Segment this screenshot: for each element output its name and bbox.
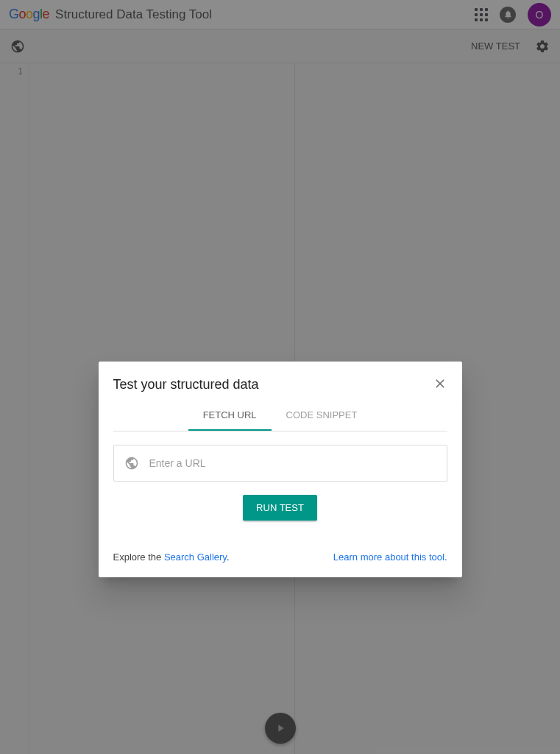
test-modal: Test your structured data FETCH URL CODE… — [99, 362, 462, 577]
globe-icon — [124, 456, 139, 471]
run-button-wrap: RUN TEST — [113, 495, 447, 521]
modal-title: Test your structured data — [113, 377, 259, 392]
search-gallery-link[interactable]: Search Gallery — [164, 552, 227, 563]
modal-header: Test your structured data — [113, 362, 447, 401]
url-input[interactable] — [149, 457, 436, 469]
close-icon[interactable] — [433, 376, 447, 393]
modal-tabs: FETCH URL CODE SNIPPET — [113, 401, 447, 431]
modal-overlay[interactable]: Test your structured data FETCH URL CODE… — [0, 0, 560, 754]
run-test-button[interactable]: RUN TEST — [243, 495, 317, 521]
explore-suffix: . — [227, 552, 230, 563]
tab-fetch-url[interactable]: FETCH URL — [188, 401, 272, 431]
learn-more-link[interactable]: Learn more about this tool. — [333, 552, 447, 563]
explore-prefix: Explore the — [113, 552, 164, 563]
url-input-wrap — [113, 445, 447, 482]
explore-text: Explore the Search Gallery. — [113, 552, 230, 563]
modal-footer: Explore the Search Gallery. Learn more a… — [113, 552, 447, 563]
tab-code-snippet[interactable]: CODE SNIPPET — [272, 401, 372, 431]
